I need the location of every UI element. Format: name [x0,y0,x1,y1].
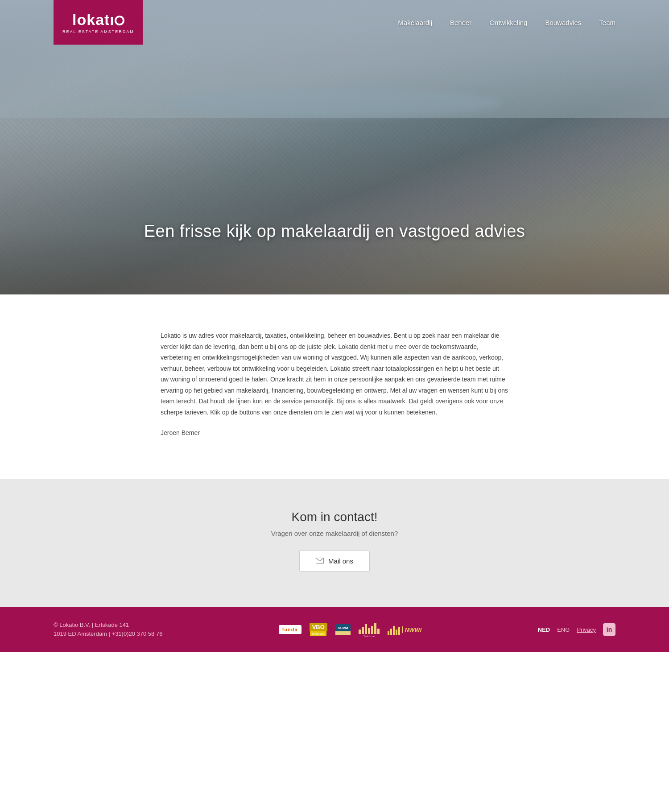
footer-lang-ned[interactable]: NED [538,626,550,633]
taskforce-logo-block: Taskforce [359,621,380,638]
logo[interactable]: lokatı REAL ESTATE AMSTERDAM [54,0,143,45]
vbo-logo-sub: Makelaar [310,631,326,636]
nwwi-bar-5 [398,627,400,635]
contact-subtitle: Vragen over onze makelaardij of diensten… [18,530,651,537]
intro-body-wrap: Lokatio is uw adres voor makelaardij, ta… [161,330,508,439]
scvm-label: SCVM [338,626,348,630]
taskforce-bar-1 [359,630,361,634]
taskforce-bar-7 [377,629,380,634]
hero-title: Een frisse kijk op makelaardij en vastgo… [0,222,669,241]
contact-section: Kom in contact! Vragen over onze makelaa… [0,479,669,607]
taskforce-bar-3 [365,624,367,634]
nav-ontwikkeling[interactable]: Ontwikkeling [489,19,527,26]
footer-lang-eng[interactable]: ENG [557,626,570,633]
footer-copy-line2: 1019 ED Amsterdam | +31(0)20 370 58 76 [54,630,162,639]
taskforce-label: Taskforce [363,635,375,638]
scvm-top: SCVM [335,624,351,631]
vbo-logo-label: VBO [310,623,327,631]
mail-icon [316,558,324,564]
mail-button[interactable]: Mail ons [299,551,370,572]
nwwi-bar-3 [393,626,395,635]
scvm-logo-block: SCVM [335,624,351,635]
footer-logo-nwwi: NWWI [388,624,422,635]
site-header: lokatı REAL ESTATE AMSTERDAM Makelaardij… [0,0,669,45]
intro-section: Lokatio is uw adres voor makelaardij, ta… [0,294,669,479]
intro-author: Jeroen Bemer [161,427,508,439]
footer-logos: funda VBO Makelaar SCVM [176,621,524,638]
footer-privacy-link[interactable]: Privacy [577,626,596,633]
funda-logo-text: funda [279,625,301,634]
contact-title: Kom in contact! [18,510,651,524]
footer-logo-taskforce: Taskforce [359,621,380,638]
intro-body: Lokatio is uw adres voor makelaardij, ta… [161,330,508,418]
taskforce-bar-2 [362,627,364,634]
nwwi-bar-2 [390,629,392,635]
nav-team[interactable]: Team [599,19,615,26]
mail-button-label: Mail ons [328,557,353,565]
site-footer: © Lokatio B.V. | Ertskade 141 1019 ED Am… [0,607,669,653]
linkedin-icon: in [607,626,612,633]
footer-logo-funda: funda [279,625,301,634]
scvm-mid [335,631,351,635]
nwwi-text: NWWI [402,626,422,633]
nwwi-bar-4 [396,630,397,635]
nwwi-bars [388,624,400,635]
footer-logo-vbo: VBO Makelaar [310,623,327,636]
footer-copyright: © Lokatio B.V. | Ertskade 141 1019 ED Am… [54,621,162,639]
taskforce-bar-4 [368,628,370,634]
footer-logo-scvm: SCVM [335,624,351,635]
footer-linkedin-button[interactable]: in [603,623,615,636]
main-nav: Makelaardij Beheer Ontwikkeling Bouwadvi… [398,19,615,26]
footer-copy-line1: © Lokatio B.V. | Ertskade 141 [54,621,162,630]
nav-beheer[interactable]: Beheer [450,19,471,26]
footer-right: NED ENG Privacy in [538,623,615,636]
taskforce-bar-5 [371,626,373,634]
logo-text: lokatı [72,11,124,29]
nav-makelaardij[interactable]: Makelaardij [398,19,432,26]
logo-subtext: REAL ESTATE AMSTERDAM [62,29,134,34]
nwwi-bar-1 [388,631,389,635]
nav-bouwadvies[interactable]: Bouwadvies [545,19,581,26]
taskforce-bars [359,621,380,634]
taskforce-bar-6 [374,623,376,634]
vbo-logo-block: VBO Makelaar [310,623,327,636]
nwwi-logo-block: NWWI [388,624,422,635]
